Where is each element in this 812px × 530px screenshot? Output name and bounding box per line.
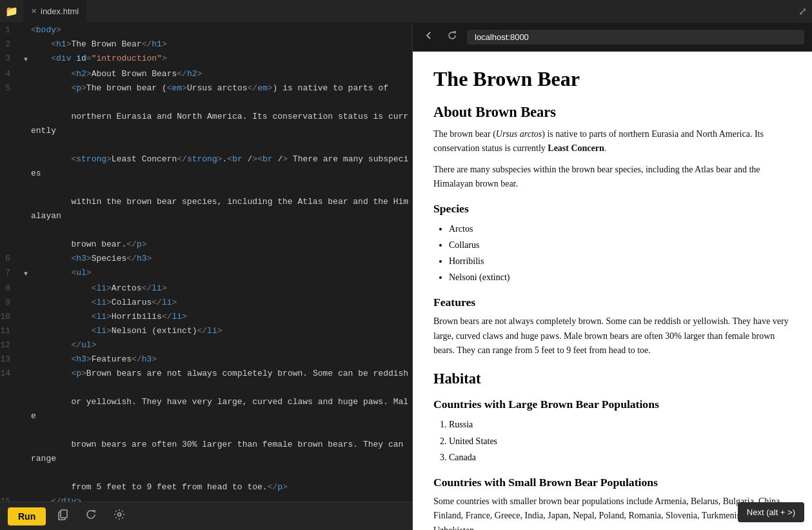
line-number: 3 xyxy=(0,52,21,66)
run-button[interactable]: Run xyxy=(8,507,46,525)
code-line: 13 <h3>Features</h3> xyxy=(0,352,412,367)
habitat-heading: Habitat xyxy=(433,371,791,387)
browser-panel: The Brown Bear About Brown Bears The bro… xyxy=(413,23,812,530)
countries-large-list: Russia United States Canada xyxy=(449,416,791,465)
browser-refresh-button[interactable] xyxy=(444,27,460,47)
browser-nav xyxy=(413,23,812,52)
code-line: 15 </div> xyxy=(0,494,412,502)
next-button[interactable]: Next (alt + >) xyxy=(738,502,804,522)
code-line: 8 <li>Arctos</li> xyxy=(0,281,412,296)
code-line: 12 </ul> xyxy=(0,338,412,352)
line-number: 9 xyxy=(0,296,21,310)
line-content: <body> xyxy=(31,23,412,37)
settings-button[interactable] xyxy=(108,505,131,527)
svg-point-2 xyxy=(118,513,121,516)
line-number: 12 xyxy=(0,338,21,352)
top-bar: 📁 ✕ index.html ⤢ xyxy=(0,0,812,23)
tab-close-icon[interactable]: ✕ xyxy=(31,7,37,15)
line-number: 5 xyxy=(0,81,21,96)
line-content: <h3>Features</h3> xyxy=(31,352,412,367)
line-number: 11 xyxy=(0,324,21,338)
expand-icon[interactable]: ⤢ xyxy=(798,5,807,17)
line-content: <div id="introduction"> xyxy=(31,52,412,66)
list-item: Arctos xyxy=(449,221,791,237)
bottom-toolbar: Run xyxy=(0,502,412,530)
about-paragraph-1: The brown bear (Ursus arctos) is native … xyxy=(433,127,791,156)
line-content: </ul> xyxy=(31,338,412,352)
species-heading: Species xyxy=(433,202,791,216)
line-content: <li>Collarus</li> xyxy=(31,296,412,310)
line-number: 4 xyxy=(0,67,21,81)
back-button[interactable] xyxy=(421,27,437,47)
line-number: 15 xyxy=(0,494,21,502)
code-line: 11 <li>Nelsoni (extinct)</li> xyxy=(0,324,412,338)
code-line: 6 <h3>Species</h3> xyxy=(0,252,412,266)
line-content: <h2>About Brown Bears</h2> xyxy=(31,67,412,81)
browser-wrapper: The Brown Bear About Brown Bears The bro… xyxy=(413,52,812,530)
page-title: The Brown Bear xyxy=(433,67,791,91)
code-line: 4 <h2>About Brown Bears</h2> xyxy=(0,67,412,81)
line-content: <ul> xyxy=(31,266,412,280)
code-line: 2 <h1>The Brown Bear</h1> xyxy=(0,37,412,52)
line-content: <li>Horribilis</li> xyxy=(31,310,412,324)
features-paragraph: Brown bears are not always completely br… xyxy=(433,314,791,358)
line-content: <h1>The Brown Bear</h1> xyxy=(31,37,412,52)
code-line: 5 <p>The brown bear (<em>Ursus arctos</e… xyxy=(0,81,412,252)
editor-panel: 1 <body> 2 <h1>The Brown Bear</h1> 3 ▼ <… xyxy=(0,23,413,530)
refresh-button[interactable] xyxy=(79,505,103,527)
line-content: <p>Brown bears are not always completely… xyxy=(31,367,412,494)
url-bar[interactable] xyxy=(467,30,804,45)
list-item: Horribilis xyxy=(449,253,791,269)
code-line: 9 <li>Collarus</li> xyxy=(0,296,412,310)
folder-icon[interactable]: 📁 xyxy=(5,5,18,17)
countries-small-heading: Countries with Small Brown Bear Populati… xyxy=(433,476,791,489)
list-item: Collarus xyxy=(449,237,791,253)
line-content: <li>Nelsoni (extinct)</li> xyxy=(31,324,412,338)
svg-rect-1 xyxy=(61,510,67,518)
features-heading: Features xyxy=(433,296,791,309)
line-number: 6 xyxy=(0,252,21,266)
browser-content: The Brown Bear About Brown Bears The bro… xyxy=(413,52,812,530)
countries-large-heading: Countries with Large Brown Bear Populati… xyxy=(433,398,791,411)
line-number: 8 xyxy=(0,281,21,296)
code-line: 7 ▼ <ul> xyxy=(0,266,412,281)
code-line: 3 ▼ <div id="introduction"> xyxy=(0,52,412,67)
code-area[interactable]: 1 <body> 2 <h1>The Brown Bear</h1> 3 ▼ <… xyxy=(0,23,412,502)
line-number: 13 xyxy=(0,352,21,367)
code-line: 14 <p>Brown bears are not always complet… xyxy=(0,367,412,494)
editor-tab[interactable]: ✕ index.html xyxy=(23,0,86,23)
line-content: <h3>Species</h3> xyxy=(31,252,412,266)
main-split: 1 <body> 2 <h1>The Brown Bear</h1> 3 ▼ <… xyxy=(0,23,812,530)
line-number: 1 xyxy=(0,23,21,37)
list-item: Russia xyxy=(449,416,791,433)
list-item: United States xyxy=(449,433,791,449)
line-number: 14 xyxy=(0,367,21,381)
species-list: Arctos Collarus Horribilis Nelsoni (exti… xyxy=(449,221,791,286)
line-content: <p>The brown bear (<em>Ursus arctos</em>… xyxy=(31,81,412,252)
about-paragraph-2: There are many subspecies within the bro… xyxy=(433,163,791,192)
copy-button[interactable] xyxy=(51,505,74,527)
line-number: 7 xyxy=(0,266,21,280)
list-item: Canada xyxy=(449,449,791,465)
about-heading: About Brown Bears xyxy=(433,104,791,121)
line-content: </div> xyxy=(31,494,412,502)
line-number: 2 xyxy=(0,37,21,52)
line-number: 10 xyxy=(0,310,21,324)
tab-label: index.html xyxy=(41,6,79,16)
list-item: Nelsoni (extinct) xyxy=(449,269,791,285)
code-line: 10 <li>Horribilis</li> xyxy=(0,310,412,324)
line-content: <li>Arctos</li> xyxy=(31,281,412,296)
code-line: 1 <body> xyxy=(0,23,412,37)
